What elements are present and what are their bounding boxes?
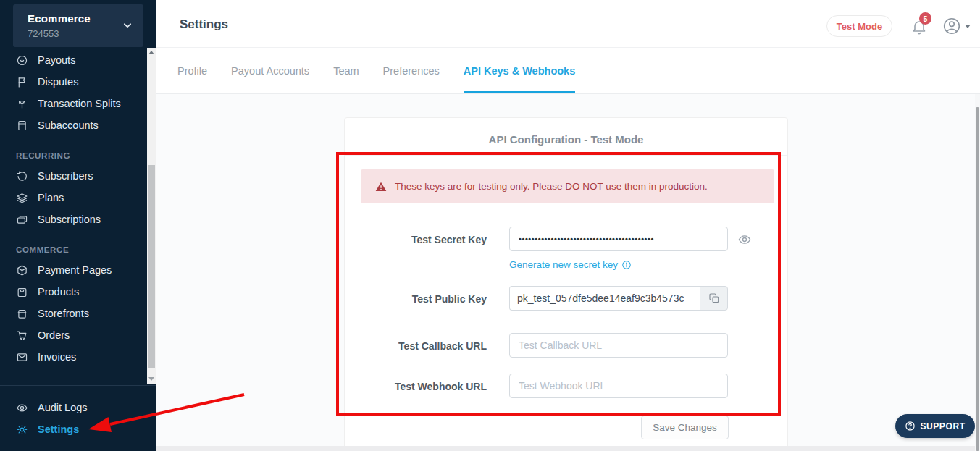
scroll-up-arrow-icon[interactable]: [147, 48, 156, 57]
sidebar-item-payment-pages[interactable]: Payment Pages: [0, 259, 156, 281]
webhook-url-label: Test Webhook URL: [345, 381, 487, 392]
callback-url-label: Test Callback URL: [345, 340, 487, 352]
card-title: API Configuration - Test Mode: [345, 133, 787, 146]
account-menu[interactable]: [942, 17, 971, 35]
save-changes-button[interactable]: Save Changes: [641, 416, 729, 439]
page-scrollbar-thumb[interactable]: [976, 107, 979, 451]
business-switcher[interactable]: Ecommerce 724553: [13, 4, 143, 47]
public-key-input[interactable]: [509, 286, 700, 311]
settings-tabs: ProfilePayout AccountsTeamPreferencesAPI…: [156, 48, 980, 94]
warning-triangle-icon: [375, 181, 387, 193]
support-label: SUPPORT: [920, 421, 965, 431]
sidebar-item-plans[interactable]: Plans: [0, 187, 156, 208]
chevron-down-icon: [120, 18, 135, 33]
public-key-label: Test Public Key: [345, 293, 487, 305]
secret-key-label: Test Secret Key: [345, 234, 487, 245]
sidebar-item-label: Settings: [38, 423, 79, 435]
sidebar-item-label: Subaccounts: [38, 119, 99, 131]
sidebar-item-invoices[interactable]: Invoices: [0, 346, 156, 368]
support-button[interactable]: SUPPORT: [895, 414, 975, 438]
test-mode-label: Test Mode: [837, 21, 882, 32]
callback-url-input[interactable]: [509, 333, 728, 358]
sidebar-scrollbar[interactable]: [147, 48, 156, 384]
sidebar-item-label: Disputes: [38, 76, 78, 88]
invoices-icon: [16, 351, 28, 363]
tab-preferences[interactable]: Preferences: [383, 48, 440, 93]
public-key-group: [509, 286, 728, 311]
tab-team[interactable]: Team: [333, 48, 359, 93]
orders-icon: [16, 329, 28, 342]
sidebar-item-label: Orders: [38, 329, 70, 341]
warning-text: These keys are for testing only. Please …: [395, 181, 708, 192]
audit-logs-icon: [16, 402, 28, 414]
transaction-splits-icon: [16, 98, 28, 110]
plans-icon: [16, 192, 28, 204]
info-icon: [621, 260, 632, 270]
sidebar: Ecommerce 724553 PayoutsDisputesTransact…: [0, 0, 156, 451]
notification-badge: 5: [919, 12, 931, 25]
tab-api-keys-webhooks[interactable]: API Keys & Webhooks: [464, 48, 575, 93]
test-mode-toggle[interactable]: Test Mode: [826, 15, 892, 37]
sidebar-item-audit-logs[interactable]: Audit Logs: [0, 397, 145, 418]
bottom-strip: [156, 446, 980, 451]
sidebar-item-transaction-splits[interactable]: Transaction Splits: [0, 93, 156, 114]
scroll-down-arrow-icon[interactable]: [147, 374, 156, 384]
storefronts-icon: [16, 308, 28, 320]
copy-button[interactable]: [700, 286, 728, 311]
sidebar-divider: [0, 385, 156, 386]
page-scrollbar[interactable]: [975, 94, 980, 451]
sidebar-item-label: Subscribers: [38, 170, 93, 182]
sidebar-footer: Audit LogsSettings: [0, 397, 145, 440]
sidebar-item-subscriptions[interactable]: Subscriptions: [0, 208, 156, 230]
payment-pages-icon: [16, 264, 28, 277]
sidebar-scrollbar-thumb[interactable]: [148, 165, 155, 368]
sidebar-item-label: Transaction Splits: [38, 98, 121, 109]
subaccounts-icon: [16, 119, 28, 132]
webhook-url-input[interactable]: [509, 374, 728, 398]
sidebar-item-label: Storefronts: [38, 308, 89, 319]
business-id: 724553: [28, 28, 59, 39]
test-keys-warning-banner: These keys are for testing only. Please …: [361, 169, 774, 203]
sidebar-item-subaccounts[interactable]: Subaccounts: [0, 114, 156, 136]
secret-key-input[interactable]: [509, 227, 728, 251]
card-divider: [345, 155, 787, 156]
tab-payout-accounts[interactable]: Payout Accounts: [231, 48, 309, 93]
generate-secret-key-link[interactable]: Generate new secret key: [509, 259, 632, 270]
copy-icon: [708, 292, 720, 304]
sidebar-item-disputes[interactable]: Disputes: [0, 71, 156, 93]
sidebar-item-label: Products: [38, 286, 79, 298]
tab-profile[interactable]: Profile: [177, 48, 207, 93]
sidebar-item-label: Invoices: [38, 351, 76, 363]
sidebar-item-label: Plans: [38, 192, 64, 203]
top-bar: Settings Test Mode 5: [156, 0, 980, 48]
disputes-icon: [16, 76, 28, 88]
sidebar-item-orders[interactable]: Orders: [0, 324, 156, 346]
sidebar-item-payouts[interactable]: Payouts: [0, 49, 156, 71]
sidebar-item-settings[interactable]: Settings: [0, 418, 145, 440]
products-icon: [16, 286, 28, 298]
sidebar-item-storefronts[interactable]: Storefronts: [0, 303, 156, 324]
api-configuration-card: API Configuration - Test Mode These keys…: [344, 117, 788, 447]
sidebar-item-label: Subscriptions: [38, 214, 101, 225]
sidebar-item-products[interactable]: Products: [0, 281, 156, 303]
sidebar-scroll-area: PayoutsDisputesTransaction SplitsSubacco…: [0, 48, 156, 384]
business-name: Ecommerce: [28, 12, 91, 25]
caret-down-icon: [965, 25, 971, 28]
sidebar-item-label: Audit Logs: [38, 402, 88, 413]
settings-icon: [16, 423, 28, 436]
avatar-icon: [942, 17, 961, 35]
subscriptions-icon: [16, 214, 28, 226]
eye-icon[interactable]: [737, 232, 752, 247]
question-circle-icon: [905, 421, 916, 431]
page-title: Settings: [180, 17, 228, 32]
save-changes-label: Save Changes: [653, 422, 717, 433]
sidebar-section-commerce: COMMERCE: [0, 240, 156, 259]
subscribers-icon: [16, 170, 28, 182]
sidebar-item-subscribers[interactable]: Subscribers: [0, 165, 156, 187]
sidebar-item-label: Payment Pages: [38, 264, 112, 276]
generate-secret-key-label: Generate new secret key: [509, 259, 618, 270]
sidebar-section-recurring: RECURRING: [0, 146, 156, 165]
payouts-icon: [16, 54, 28, 67]
notifications-button[interactable]: 5: [910, 17, 928, 36]
app-screen: Ecommerce 724553 PayoutsDisputesTransact…: [0, 0, 980, 451]
